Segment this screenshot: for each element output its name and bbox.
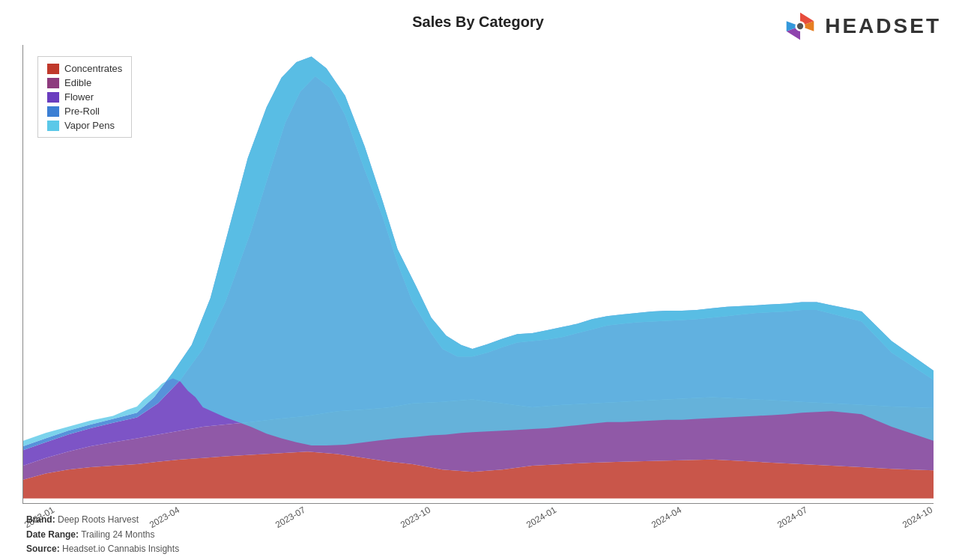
legend-item-flower: Flower xyxy=(47,91,122,103)
legend-color-edible xyxy=(47,78,59,88)
svg-point-2 xyxy=(797,23,803,29)
chart-area xyxy=(22,45,934,504)
x-label-4: 2024-01 xyxy=(524,505,558,530)
headset-logo-icon xyxy=(781,7,819,45)
legend-color-flower xyxy=(47,92,59,103)
legend-label-flower: Flower xyxy=(64,91,94,103)
legend-item-concentrates: Concentrates xyxy=(47,63,122,74)
footer-brand: Brand: Deep Roots Harvest xyxy=(26,513,179,527)
legend-label-vapor-pens: Vapor Pens xyxy=(64,120,115,131)
legend-item-preroll: Pre-Roll xyxy=(47,106,122,117)
footer-source-value: Headset.io Cannabis Insights xyxy=(62,544,179,554)
x-label-6: 2024-07 xyxy=(775,505,809,530)
legend-item-edible: Edible xyxy=(47,77,122,88)
legend-color-preroll xyxy=(47,106,59,117)
logo-text: HEADSET xyxy=(825,14,941,38)
legend-color-vapor-pens xyxy=(47,121,59,131)
x-label-3: 2023-10 xyxy=(399,505,432,530)
header-logo: HEADSET xyxy=(781,7,941,45)
footer-daterange-label: Date Range: xyxy=(26,529,79,540)
legend-label-preroll: Pre-Roll xyxy=(64,106,100,117)
legend-label-edible: Edible xyxy=(64,77,91,88)
footer-brand-label: Brand: xyxy=(26,514,55,525)
footer-source-label: Source: xyxy=(26,544,60,554)
legend-label-concentrates: Concentrates xyxy=(64,63,122,74)
footer-daterange: Date Range: Trailing 24 Months xyxy=(26,528,179,542)
footer-info: Brand: Deep Roots Harvest Date Range: Tr… xyxy=(26,513,179,556)
chart-container: HEADSET Sales By Category xyxy=(0,0,956,560)
footer-source: Source: Headset.io Cannabis Insights xyxy=(26,542,179,556)
legend-color-concentrates xyxy=(47,64,59,74)
legend-item-vapor-pens: Vapor Pens xyxy=(47,120,122,131)
footer-brand-value: Deep Roots Harvest xyxy=(58,514,139,525)
x-label-2: 2023-07 xyxy=(273,505,307,530)
x-label-5: 2024-04 xyxy=(650,505,683,530)
footer-daterange-value: Trailing 24 Months xyxy=(81,529,154,540)
x-label-7: 2024-10 xyxy=(901,505,934,530)
chart-legend: Concentrates Edible Flower Pre-Roll Vapo… xyxy=(37,56,132,138)
